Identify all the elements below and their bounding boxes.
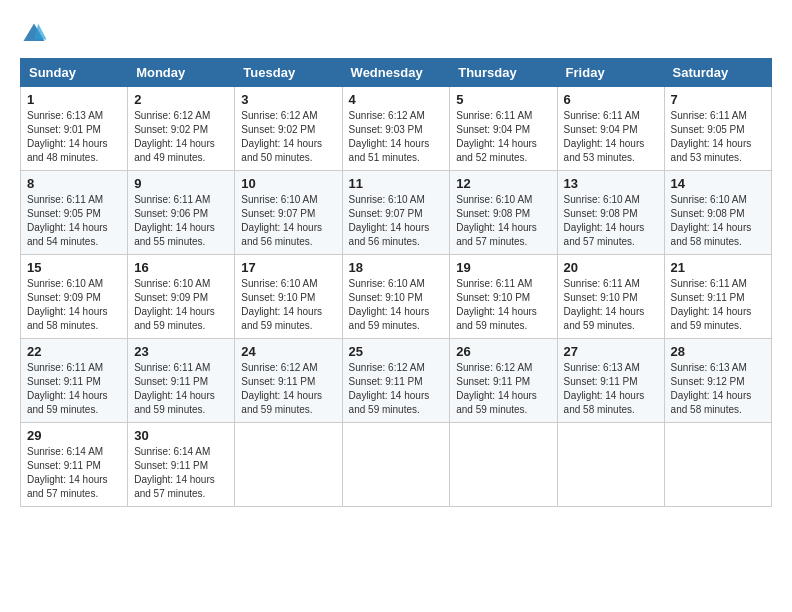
day-info: Sunrise: 6:10 AM Sunset: 9:10 PM Dayligh… (349, 277, 444, 333)
day-number: 22 (27, 344, 121, 359)
day-info: Sunrise: 6:12 AM Sunset: 9:11 PM Dayligh… (349, 361, 444, 417)
calendar-cell: 7 Sunrise: 6:11 AM Sunset: 9:05 PM Dayli… (664, 87, 771, 171)
calendar-cell: 28 Sunrise: 6:13 AM Sunset: 9:12 PM Dayl… (664, 339, 771, 423)
day-number: 18 (349, 260, 444, 275)
day-number: 30 (134, 428, 228, 443)
calendar-cell (557, 423, 664, 507)
day-info: Sunrise: 6:11 AM Sunset: 9:04 PM Dayligh… (456, 109, 550, 165)
logo (20, 20, 52, 48)
day-info: Sunrise: 6:10 AM Sunset: 9:07 PM Dayligh… (349, 193, 444, 249)
weekday-header-thursday: Thursday (450, 59, 557, 87)
day-number: 5 (456, 92, 550, 107)
calendar-cell: 1 Sunrise: 6:13 AM Sunset: 9:01 PM Dayli… (21, 87, 128, 171)
day-info: Sunrise: 6:10 AM Sunset: 9:07 PM Dayligh… (241, 193, 335, 249)
calendar-cell: 12 Sunrise: 6:10 AM Sunset: 9:08 PM Dayl… (450, 171, 557, 255)
weekday-header-monday: Monday (128, 59, 235, 87)
day-info: Sunrise: 6:11 AM Sunset: 9:04 PM Dayligh… (564, 109, 658, 165)
day-info: Sunrise: 6:12 AM Sunset: 9:11 PM Dayligh… (241, 361, 335, 417)
day-number: 13 (564, 176, 658, 191)
calendar-cell: 15 Sunrise: 6:10 AM Sunset: 9:09 PM Dayl… (21, 255, 128, 339)
day-number: 4 (349, 92, 444, 107)
calendar-cell: 23 Sunrise: 6:11 AM Sunset: 9:11 PM Dayl… (128, 339, 235, 423)
calendar-week-row: 29 Sunrise: 6:14 AM Sunset: 9:11 PM Dayl… (21, 423, 772, 507)
calendar-cell: 5 Sunrise: 6:11 AM Sunset: 9:04 PM Dayli… (450, 87, 557, 171)
day-number: 15 (27, 260, 121, 275)
day-number: 20 (564, 260, 658, 275)
calendar-table: SundayMondayTuesdayWednesdayThursdayFrid… (20, 58, 772, 507)
day-info: Sunrise: 6:12 AM Sunset: 9:03 PM Dayligh… (349, 109, 444, 165)
calendar-cell: 19 Sunrise: 6:11 AM Sunset: 9:10 PM Dayl… (450, 255, 557, 339)
calendar-cell: 3 Sunrise: 6:12 AM Sunset: 9:02 PM Dayli… (235, 87, 342, 171)
day-info: Sunrise: 6:11 AM Sunset: 9:11 PM Dayligh… (671, 277, 765, 333)
day-number: 29 (27, 428, 121, 443)
calendar-cell (450, 423, 557, 507)
day-number: 19 (456, 260, 550, 275)
day-number: 17 (241, 260, 335, 275)
calendar-cell (235, 423, 342, 507)
day-info: Sunrise: 6:11 AM Sunset: 9:11 PM Dayligh… (134, 361, 228, 417)
day-info: Sunrise: 6:11 AM Sunset: 9:06 PM Dayligh… (134, 193, 228, 249)
calendar-cell: 16 Sunrise: 6:10 AM Sunset: 9:09 PM Dayl… (128, 255, 235, 339)
calendar-cell: 26 Sunrise: 6:12 AM Sunset: 9:11 PM Dayl… (450, 339, 557, 423)
calendar-cell: 20 Sunrise: 6:11 AM Sunset: 9:10 PM Dayl… (557, 255, 664, 339)
day-number: 11 (349, 176, 444, 191)
weekday-header-tuesday: Tuesday (235, 59, 342, 87)
calendar-cell: 30 Sunrise: 6:14 AM Sunset: 9:11 PM Dayl… (128, 423, 235, 507)
weekday-header-sunday: Sunday (21, 59, 128, 87)
calendar-cell: 2 Sunrise: 6:12 AM Sunset: 9:02 PM Dayli… (128, 87, 235, 171)
calendar-cell: 22 Sunrise: 6:11 AM Sunset: 9:11 PM Dayl… (21, 339, 128, 423)
calendar-cell: 6 Sunrise: 6:11 AM Sunset: 9:04 PM Dayli… (557, 87, 664, 171)
calendar-week-row: 15 Sunrise: 6:10 AM Sunset: 9:09 PM Dayl… (21, 255, 772, 339)
calendar-cell: 24 Sunrise: 6:12 AM Sunset: 9:11 PM Dayl… (235, 339, 342, 423)
day-info: Sunrise: 6:10 AM Sunset: 9:08 PM Dayligh… (671, 193, 765, 249)
calendar-cell (342, 423, 450, 507)
calendar-week-row: 8 Sunrise: 6:11 AM Sunset: 9:05 PM Dayli… (21, 171, 772, 255)
calendar-cell: 17 Sunrise: 6:10 AM Sunset: 9:10 PM Dayl… (235, 255, 342, 339)
calendar-cell: 14 Sunrise: 6:10 AM Sunset: 9:08 PM Dayl… (664, 171, 771, 255)
day-number: 24 (241, 344, 335, 359)
day-number: 23 (134, 344, 228, 359)
calendar-week-row: 1 Sunrise: 6:13 AM Sunset: 9:01 PM Dayli… (21, 87, 772, 171)
calendar-cell: 18 Sunrise: 6:10 AM Sunset: 9:10 PM Dayl… (342, 255, 450, 339)
day-info: Sunrise: 6:10 AM Sunset: 9:08 PM Dayligh… (456, 193, 550, 249)
calendar-cell: 4 Sunrise: 6:12 AM Sunset: 9:03 PM Dayli… (342, 87, 450, 171)
day-number: 10 (241, 176, 335, 191)
day-info: Sunrise: 6:12 AM Sunset: 9:02 PM Dayligh… (241, 109, 335, 165)
day-number: 1 (27, 92, 121, 107)
weekday-header-wednesday: Wednesday (342, 59, 450, 87)
day-info: Sunrise: 6:14 AM Sunset: 9:11 PM Dayligh… (134, 445, 228, 501)
weekday-header-row: SundayMondayTuesdayWednesdayThursdayFrid… (21, 59, 772, 87)
calendar-cell: 10 Sunrise: 6:10 AM Sunset: 9:07 PM Dayl… (235, 171, 342, 255)
day-info: Sunrise: 6:13 AM Sunset: 9:11 PM Dayligh… (564, 361, 658, 417)
day-info: Sunrise: 6:11 AM Sunset: 9:05 PM Dayligh… (671, 109, 765, 165)
calendar-cell: 9 Sunrise: 6:11 AM Sunset: 9:06 PM Dayli… (128, 171, 235, 255)
day-number: 14 (671, 176, 765, 191)
day-number: 28 (671, 344, 765, 359)
day-info: Sunrise: 6:11 AM Sunset: 9:11 PM Dayligh… (27, 361, 121, 417)
calendar-cell: 13 Sunrise: 6:10 AM Sunset: 9:08 PM Dayl… (557, 171, 664, 255)
day-info: Sunrise: 6:11 AM Sunset: 9:10 PM Dayligh… (564, 277, 658, 333)
day-number: 26 (456, 344, 550, 359)
day-info: Sunrise: 6:10 AM Sunset: 9:09 PM Dayligh… (134, 277, 228, 333)
day-number: 27 (564, 344, 658, 359)
day-number: 2 (134, 92, 228, 107)
logo-icon (20, 20, 48, 48)
weekday-header-friday: Friday (557, 59, 664, 87)
calendar-cell: 11 Sunrise: 6:10 AM Sunset: 9:07 PM Dayl… (342, 171, 450, 255)
day-number: 8 (27, 176, 121, 191)
day-number: 21 (671, 260, 765, 275)
day-number: 12 (456, 176, 550, 191)
calendar-week-row: 22 Sunrise: 6:11 AM Sunset: 9:11 PM Dayl… (21, 339, 772, 423)
day-info: Sunrise: 6:10 AM Sunset: 9:09 PM Dayligh… (27, 277, 121, 333)
day-info: Sunrise: 6:13 AM Sunset: 9:12 PM Dayligh… (671, 361, 765, 417)
day-number: 16 (134, 260, 228, 275)
calendar-cell: 27 Sunrise: 6:13 AM Sunset: 9:11 PM Dayl… (557, 339, 664, 423)
calendar-cell: 29 Sunrise: 6:14 AM Sunset: 9:11 PM Dayl… (21, 423, 128, 507)
calendar-cell: 25 Sunrise: 6:12 AM Sunset: 9:11 PM Dayl… (342, 339, 450, 423)
day-info: Sunrise: 6:10 AM Sunset: 9:08 PM Dayligh… (564, 193, 658, 249)
calendar-cell: 21 Sunrise: 6:11 AM Sunset: 9:11 PM Dayl… (664, 255, 771, 339)
day-info: Sunrise: 6:10 AM Sunset: 9:10 PM Dayligh… (241, 277, 335, 333)
day-info: Sunrise: 6:14 AM Sunset: 9:11 PM Dayligh… (27, 445, 121, 501)
day-number: 3 (241, 92, 335, 107)
day-info: Sunrise: 6:13 AM Sunset: 9:01 PM Dayligh… (27, 109, 121, 165)
